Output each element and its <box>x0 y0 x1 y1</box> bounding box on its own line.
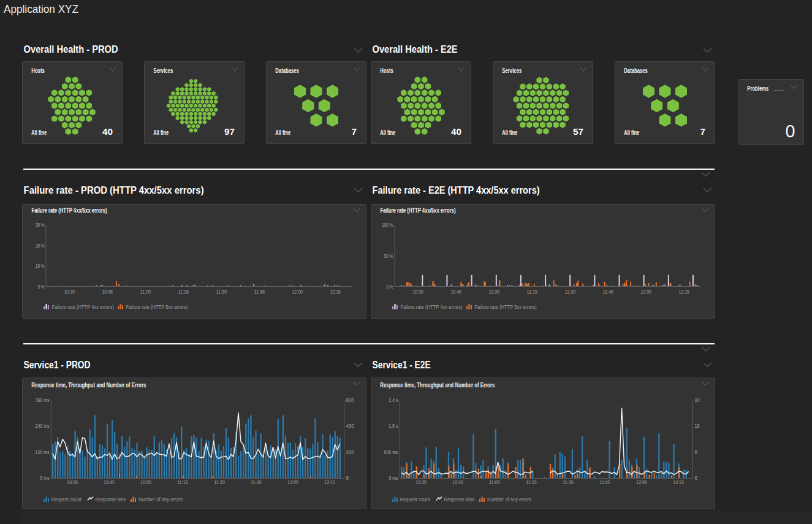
svg-text:600: 600 <box>346 397 354 403</box>
svg-text:0: 0 <box>695 475 698 481</box>
svg-text:Failure rate - E2E (HTTP 4xx/5: Failure rate - E2E (HTTP 4xx/5xx errors) <box>373 184 540 196</box>
svg-text:Databases: Databases <box>275 67 299 74</box>
svg-text:Services: Services <box>502 67 522 74</box>
svg-text:0: 0 <box>346 475 349 481</box>
svg-text:Number of any errors: Number of any errors <box>487 496 531 503</box>
svg-text:11:30: 11:30 <box>216 289 227 295</box>
svg-text:Failure rate (HTTP 4xx/5xx err: Failure rate (HTTP 4xx/5xx errors) <box>32 207 107 214</box>
svg-text:Request count: Request count <box>400 496 430 503</box>
svg-text:10:30: 10:30 <box>67 479 78 485</box>
svg-text:24: 24 <box>695 397 700 403</box>
svg-text:11:00: 11:00 <box>489 479 500 485</box>
svg-text:12:00: 12:00 <box>640 289 651 295</box>
svg-text:12:15: 12:15 <box>330 289 341 295</box>
svg-text:40: 40 <box>102 127 113 137</box>
svg-text:Service1 - PROD: Service1 - PROD <box>24 359 91 370</box>
svg-text:Service1 - E2E: Service1 - E2E <box>373 359 431 370</box>
svg-text:12:00: 12:00 <box>287 479 298 485</box>
svg-text:0 ms: 0 ms <box>40 475 50 481</box>
svg-text:12:15: 12:15 <box>673 479 684 485</box>
svg-text:12:15: 12:15 <box>678 289 689 295</box>
svg-text:All fine: All fine <box>380 129 395 136</box>
svg-text:Response time: Response time <box>444 496 475 503</box>
svg-text:Response time, Throughput and: Response time, Throughput and Number of … <box>380 382 495 389</box>
svg-text:11:45: 11:45 <box>599 479 610 485</box>
svg-text:11:45: 11:45 <box>254 289 265 295</box>
svg-text:Request count: Request count <box>51 496 82 503</box>
svg-text:40: 40 <box>451 127 461 137</box>
svg-text:Hosts: Hosts <box>31 67 45 74</box>
svg-text:0 ms: 0 ms <box>389 475 398 481</box>
svg-text:10:30: 10:30 <box>412 289 423 295</box>
svg-text:All fine: All fine <box>275 129 290 136</box>
svg-text:8: 8 <box>695 449 698 455</box>
svg-text:12:00: 12:00 <box>292 289 303 295</box>
svg-text:Failure rate (HTTP 4xx errors): Failure rate (HTTP 4xx errors) <box>401 304 463 310</box>
svg-text:10 %: 10 % <box>36 263 45 269</box>
svg-text:Application XYZ: Application XYZ <box>4 2 78 15</box>
svg-text:All fine: All fine <box>502 129 517 136</box>
svg-text:11:30: 11:30 <box>563 479 574 485</box>
svg-text:240 ms: 240 ms <box>36 423 50 429</box>
svg-text:0: 0 <box>786 121 795 141</box>
svg-text:Services: Services <box>153 67 173 74</box>
svg-text:10:45: 10:45 <box>102 289 113 295</box>
svg-text:Overall Health - PROD: Overall Health - PROD <box>24 44 118 55</box>
svg-text:Failure rate (HTTP 4xx errors): Failure rate (HTTP 4xx errors) <box>52 304 114 310</box>
svg-text:All fine: All fine <box>31 129 47 136</box>
svg-text:97: 97 <box>224 127 235 137</box>
svg-text:11:15: 11:15 <box>178 289 189 295</box>
svg-text:30 %: 30 % <box>36 222 45 228</box>
svg-text:10:45: 10:45 <box>452 479 463 485</box>
svg-text:120 ms: 120 ms <box>36 449 50 455</box>
svg-text:Number of any errors: Number of any errors <box>138 496 183 503</box>
svg-text:400: 400 <box>346 423 354 429</box>
svg-text:16: 16 <box>695 423 700 429</box>
svg-text:2.4 s: 2.4 s <box>389 397 398 403</box>
svg-text:10:30: 10:30 <box>415 479 427 485</box>
svg-text:All fine: All fine <box>153 129 169 136</box>
svg-text:11:00: 11:00 <box>140 479 151 485</box>
svg-text:11:30: 11:30 <box>214 479 225 485</box>
svg-text:11:30: 11:30 <box>564 289 575 295</box>
svg-text:12:15: 12:15 <box>324 479 335 485</box>
svg-text:All fine: All fine <box>624 129 639 136</box>
svg-text:Failure rate (HTTP 4xx/5xx err: Failure rate (HTTP 4xx/5xx errors) <box>381 207 456 214</box>
svg-text:11:15: 11:15 <box>526 289 537 295</box>
svg-text:Response time, Throughput and: Response time, Throughput and Number of … <box>31 382 146 389</box>
svg-text:800 ms: 800 ms <box>384 449 398 455</box>
svg-text:57: 57 <box>573 127 583 137</box>
svg-text:Overall Health - E2E: Overall Health - E2E <box>373 44 458 55</box>
svg-text:10:45: 10:45 <box>104 479 115 485</box>
svg-text:50 %: 50 % <box>384 253 393 259</box>
svg-text:7: 7 <box>352 127 357 137</box>
svg-text:200: 200 <box>346 449 354 455</box>
svg-text:1.6 s: 1.6 s <box>389 423 398 429</box>
svg-text:10:45: 10:45 <box>450 289 461 295</box>
svg-text:7: 7 <box>700 127 706 137</box>
svg-text:0 %: 0 % <box>387 284 393 290</box>
svg-text:11:15: 11:15 <box>526 479 537 485</box>
svg-text:11:00: 11:00 <box>488 289 499 295</box>
svg-text:11:15: 11:15 <box>177 479 188 485</box>
svg-text:100 %: 100 % <box>382 222 393 228</box>
svg-text:Hosts: Hosts <box>380 67 393 74</box>
svg-text:Failure rate (HTTP 5xx errors): Failure rate (HTTP 5xx errors) <box>126 304 188 310</box>
svg-text:Failure rate (HTTP 5xx errors): Failure rate (HTTP 5xx errors) <box>475 304 537 310</box>
svg-text:12:00: 12:00 <box>636 479 647 485</box>
svg-text:10:30: 10:30 <box>64 289 75 295</box>
svg-text:0 %: 0 % <box>38 284 45 290</box>
svg-text:360 ms: 360 ms <box>36 397 50 403</box>
svg-text:Response time: Response time <box>96 496 126 503</box>
svg-text:20 %: 20 % <box>36 243 45 249</box>
svg-text:Databases: Databases <box>624 67 648 74</box>
svg-text:Problems: Problems <box>747 85 768 92</box>
svg-text:11:45: 11:45 <box>602 289 613 295</box>
svg-text:Failure rate - PROD (HTTP 4xx/: Failure rate - PROD (HTTP 4xx/5xx errors… <box>24 184 204 196</box>
svg-text:11:45: 11:45 <box>251 479 262 485</box>
svg-text:11:00: 11:00 <box>140 289 151 295</box>
